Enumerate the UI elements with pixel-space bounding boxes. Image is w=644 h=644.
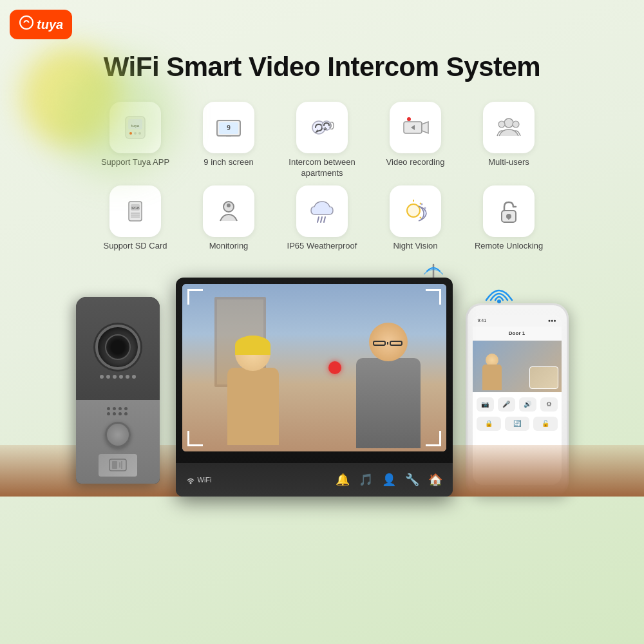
feature-icon-box-intercom (296, 102, 348, 153)
music-icon: 🎵 (359, 473, 373, 487)
wifi-signal-decoration (483, 278, 515, 306)
speaker-dot (107, 412, 110, 415)
tuya-badge: tuya (10, 10, 72, 39)
phone-header: Door 1 (473, 327, 562, 341)
speaker-dot (118, 412, 122, 415)
phone-video-area (473, 341, 562, 392)
phone-ctrl-vol: 🔊 (519, 397, 536, 412)
wifi-antenna (424, 261, 443, 278)
camera-rfid (99, 454, 137, 477)
camera-speaker (107, 407, 128, 415)
phone-pip-thumbnail (529, 366, 558, 389)
phone-controls: 📷 🎤 🔊 ⚙ (473, 392, 562, 417)
camera-led-6 (132, 375, 136, 379)
phone-ctrl-reload: 🔄 (505, 417, 529, 431)
monitor-screen (182, 284, 446, 451)
person-icon: 👤 (382, 473, 396, 487)
feature-remote-unlock: Remote Unlocking (472, 185, 546, 252)
speaker-dot (107, 407, 110, 410)
camera-leds (100, 375, 136, 379)
feature-label-sd: Support SD Card (104, 241, 167, 252)
settings-icon: 🔧 (405, 473, 419, 487)
monitor-video-feed (182, 284, 446, 451)
feature-icon-box-9inch: 9 (203, 102, 254, 153)
camera-led-4 (119, 375, 123, 379)
feature-icon-box-sd: 32GB (109, 185, 161, 237)
svg-line-28 (317, 217, 319, 222)
phone-status-bar: 9:41 ●●● (473, 315, 562, 327)
phone-header-text: Door 1 (509, 330, 525, 336)
svg-point-31 (407, 204, 420, 217)
svg-line-30 (324, 217, 325, 222)
svg-point-46 (497, 299, 501, 303)
phone-ctrl-row: 🔒 🔄 🔓 (473, 417, 562, 435)
feature-icon-box-users (483, 102, 535, 153)
wifi-label: WiFi (186, 475, 212, 484)
svg-point-37 (424, 207, 426, 209)
home-icon: 🏠 (428, 473, 442, 487)
monitor-bottom-bar: WiFi 🔔 🎵 👤 🔧 🏠 (176, 463, 453, 497)
feature-icon-box-unlock (483, 185, 535, 237)
svg-point-36 (421, 203, 423, 205)
camera-bottom (76, 400, 160, 484)
speaker-dot (113, 412, 116, 415)
feature-label-users: Multi-users (488, 157, 529, 168)
features-row-2: 32GB Support SD Card Monitoring (99, 185, 546, 252)
feature-9inch: 9 9 inch screen (192, 102, 266, 179)
camera-lens-inner (105, 334, 131, 360)
feature-icon-box-night (390, 185, 441, 237)
camera-led-3 (113, 375, 117, 379)
feature-multi-users: Multi-users (472, 102, 546, 179)
tuya-logo-icon (19, 15, 34, 34)
camera-button (105, 422, 131, 448)
phone-ctrl-more: ⚙ (540, 397, 558, 412)
speaker-dot (118, 407, 122, 410)
camera-body (76, 297, 160, 484)
feature-icon-box-weather (296, 185, 348, 237)
feature-label-unlock: Remote Unlocking (475, 241, 543, 252)
svg-point-15 (407, 117, 411, 121)
feature-sd-card: 32GB Support SD Card (99, 185, 173, 252)
svg-text:9: 9 (227, 124, 231, 131)
camera-led-2 (106, 375, 110, 379)
product-section: WiFi 🔔 🎵 👤 🔧 🏠 9:41 ●●● (0, 258, 644, 497)
feature-night-vision: Night Vision (379, 185, 453, 252)
feature-label-intercom: Intercom between apartments (285, 157, 359, 179)
feature-label-9inch: 9 inch screen (204, 157, 253, 168)
phone-ctrl-unlock: 🔓 (533, 417, 558, 431)
feature-monitoring: Monitoring (192, 185, 266, 252)
camera-lens (95, 325, 140, 370)
svg-line-29 (321, 217, 322, 222)
bottom-icons: 🔔 🎵 👤 🔧 🏠 (336, 473, 442, 487)
svg-point-19 (513, 121, 519, 128)
tuya-brand-text: tuya (37, 17, 63, 32)
wifi-text: WiFi (198, 476, 212, 484)
svg-marker-14 (422, 122, 428, 133)
feature-intercom: Intercom between apartments (285, 102, 359, 179)
svg-point-17 (504, 118, 513, 128)
svg-point-18 (498, 121, 505, 128)
feature-label-video: Video recording (386, 157, 445, 168)
svg-rect-41 (109, 459, 126, 471)
feature-label-night: Night Vision (393, 241, 437, 252)
svg-rect-10 (226, 136, 231, 137)
camera-led-5 (126, 375, 129, 379)
phone-time: 9:41 (478, 318, 487, 323)
svg-line-35 (420, 217, 421, 218)
feature-icon-box-video (390, 102, 441, 153)
speaker-dot (113, 407, 116, 410)
phone-ctrl-mic: 🎤 (498, 397, 515, 412)
feature-weatherproof: IP65 Weatherproof (285, 185, 359, 252)
bg-decoration-green (52, 52, 180, 180)
phone-ctrl-lock: 🔒 (477, 417, 501, 431)
camera-top (76, 297, 160, 400)
phone-ctrl-cam: 📷 (477, 397, 494, 412)
phone-signal: ●●● (548, 318, 556, 323)
feature-video-recording: Video recording (379, 102, 453, 179)
svg-rect-42 (112, 461, 117, 469)
speaker-dot (124, 412, 128, 415)
svg-point-0 (20, 16, 33, 29)
feature-label-weather: IP65 Weatherproof (287, 241, 357, 252)
indoor-monitor: WiFi 🔔 🎵 👤 🔧 🏠 (176, 278, 453, 497)
feature-icon-box-monitoring (203, 185, 254, 237)
